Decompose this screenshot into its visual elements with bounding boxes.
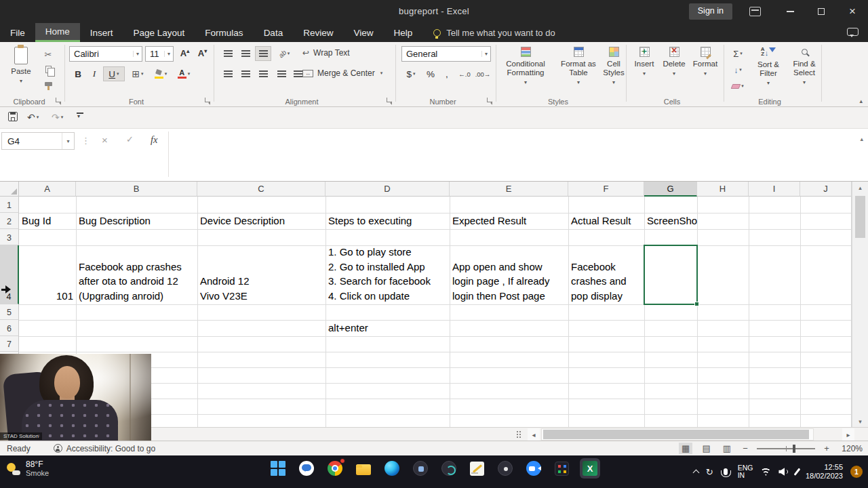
font-family-combo[interactable]: Calibri [69,46,142,62]
find-select-button[interactable]: Find & Select [788,47,821,83]
number-dialog-launcher[interactable] [487,98,494,104]
pen-icon[interactable] [794,468,800,476]
increase-decimal-button[interactable]: ←.0 [456,66,473,81]
customize-qat-button[interactable] [76,112,84,120]
align-right-button[interactable] [255,66,271,81]
percent-style-button[interactable]: % [423,66,438,81]
comment-icon[interactable] [847,28,859,36]
scroll-right-icon[interactable] [842,428,854,441]
vertical-scrollbar[interactable] [852,182,868,427]
cell-F4[interactable]: Facebook crashes and pop display [568,245,644,304]
cell-B2[interactable]: Bug Description [76,213,197,229]
page-layout-view-button[interactable] [699,443,713,454]
redo-button[interactable] [52,112,63,123]
sign-in-button[interactable]: Sign in [689,3,732,20]
cell-styles-button[interactable]: Cell Styles [602,47,625,83]
insert-cells-button[interactable]: Insert [631,47,658,74]
fill-button[interactable] [727,62,749,77]
vertical-scroll-thumb[interactable] [855,196,865,238]
tab-help[interactable]: Help [383,23,422,42]
taskbar-notes-button[interactable] [467,458,487,479]
select-all-button[interactable] [0,182,19,197]
zoom-out-button[interactable]: − [741,443,750,453]
alignment-dialog-launcher[interactable] [387,98,393,104]
page-break-view-button[interactable] [720,443,734,454]
column-header-D[interactable]: D [326,182,450,197]
format-cells-button[interactable]: Format [690,47,720,74]
font-size-combo[interactable]: 11 [145,46,174,62]
cell-A2[interactable]: Bug Id [19,213,76,229]
tab-insert[interactable]: Insert [80,23,123,42]
ribbon-display-options-icon[interactable] [749,7,761,16]
cell-E2[interactable]: Expected Result [450,213,568,229]
horizontal-scroll-thumb[interactable] [543,430,809,439]
maximize-button[interactable] [806,0,837,23]
taskbar-weather-widget[interactable]: 88°F Smoke [7,460,49,477]
tray-chevron-icon[interactable] [692,470,699,476]
collapse-formula-bar-icon[interactable] [860,136,863,142]
column-header-A[interactable]: A [19,182,76,197]
taskbar-clock[interactable]: 12:55 18/02/2023 [806,463,843,481]
scroll-left-icon[interactable] [528,428,540,441]
sync-icon[interactable] [706,468,713,476]
minimize-button[interactable] [774,0,806,23]
taskbar-media-button[interactable] [552,458,572,479]
zoom-level[interactable]: 120% [838,444,863,453]
accessibility-status[interactable]: Accessibility: Good to go [54,444,155,453]
row-header-7[interactable]: 7 [0,336,19,352]
cell-G2[interactable]: ScreenShort [644,213,697,229]
taskbar-edge-button[interactable] [382,458,402,479]
underline-button[interactable]: U [103,66,125,81]
cell-A4[interactable]: 101 [19,245,76,304]
cell-D4[interactable]: 1. Go to play store 2. Go to installed A… [326,245,450,304]
tab-split-handle[interactable] [517,431,518,432]
column-header-E[interactable]: E [450,182,568,197]
number-format-combo[interactable]: General [401,46,491,62]
clipboard-dialog-launcher[interactable] [56,98,62,104]
cell-D2[interactable]: Steps to executing [326,213,450,229]
taskbar-chat-button[interactable] [296,458,317,479]
bottom-align-button[interactable] [255,46,271,61]
row-header-6[interactable]: 6 [0,320,19,336]
middle-align-button[interactable] [237,46,254,61]
cell-C2[interactable]: Device Description [197,213,326,229]
column-header-H[interactable]: H [697,182,749,197]
wrap-text-button[interactable]: Wrap Text [302,48,350,58]
enter-check-icon[interactable] [126,134,134,144]
column-header-G[interactable]: G [644,182,697,197]
format-painter-button[interactable] [39,79,57,92]
insert-function-button[interactable]: fx [151,134,157,146]
taskbar-zoom-button[interactable] [524,458,544,479]
taskbar-app1-button[interactable] [410,458,431,479]
zoom-slider-handle[interactable] [793,445,795,453]
cell-F2[interactable]: Actual Result [568,213,644,229]
start-button[interactable] [268,458,288,479]
center-button[interactable] [237,66,254,81]
language-indicator[interactable]: ENG IN [738,464,753,479]
decrease-decimal-button[interactable]: .00→ [473,66,492,81]
row-header-1[interactable]: 1 [0,197,19,213]
formula-input[interactable] [170,129,852,181]
wifi-icon[interactable] [760,468,771,476]
horizontal-scrollbar[interactable] [541,428,814,441]
cell-B4[interactable]: Facebook app crashes after ota to androi… [76,245,197,304]
tab-home[interactable]: Home [35,23,80,42]
row-header-3[interactable]: 3 [0,229,19,245]
cut-button[interactable] [39,47,57,61]
fill-handle[interactable] [694,302,699,306]
taskbar-app3-button[interactable] [495,458,515,479]
merge-center-button[interactable]: Merge & Center [302,68,382,78]
orientation-button[interactable]: ab [274,46,294,61]
speaker-icon[interactable] [778,468,789,476]
name-box-dropdown-icon[interactable] [62,133,74,149]
increase-font-size-button[interactable]: A▴ [176,46,193,61]
borders-button[interactable] [127,66,148,81]
cancel-icon[interactable] [102,134,108,146]
microphone-icon[interactable] [724,468,728,475]
column-header-B[interactable]: B [76,182,197,197]
tab-formulas[interactable]: Formulas [195,23,253,42]
copy-button[interactable] [39,62,57,76]
row-header-4[interactable]: 4 [0,245,19,304]
tab-data[interactable]: Data [254,23,294,42]
row-header-5[interactable]: 5 [0,304,19,320]
